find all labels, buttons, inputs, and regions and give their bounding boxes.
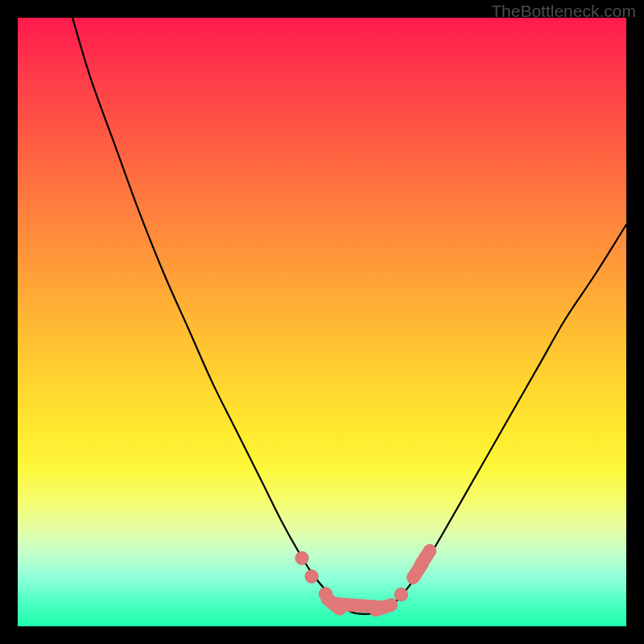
chart-frame: TheBottleneck.com <box>0 0 644 644</box>
marker-dot-5 <box>394 588 408 601</box>
marker-dot-1 <box>305 570 319 584</box>
chart-plot-area <box>18 18 626 626</box>
bottleneck-curve <box>72 18 626 614</box>
curve-markers <box>295 551 430 610</box>
bottleneck-curve-svg <box>18 18 626 626</box>
marker-capsule-4 <box>376 605 391 609</box>
marker-dot-0 <box>295 551 309 565</box>
marker-capsule-3 <box>328 599 341 609</box>
marker-capsule-7 <box>421 551 430 564</box>
attribution-text: TheBottleneck.com <box>491 2 636 21</box>
